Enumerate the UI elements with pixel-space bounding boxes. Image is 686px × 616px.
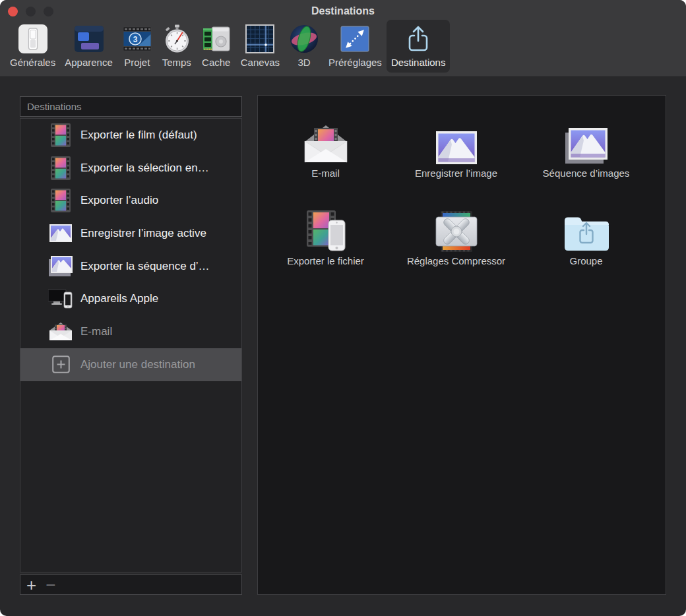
toolbar-label: 3D — [297, 57, 310, 68]
share-folder-icon — [521, 197, 651, 252]
toolbar-label: Projet — [124, 57, 150, 68]
photo-stack-icon — [48, 256, 73, 276]
destination-tile-label: Groupe — [521, 255, 651, 266]
apple-devices-icon — [48, 289, 73, 309]
destinations-list: Exporter le film (défaut) Exporter la sé… — [20, 118, 242, 572]
toolbar-item-temps[interactable]: Temps — [157, 20, 197, 73]
remove-destination-button[interactable]: − — [46, 578, 55, 592]
toolbar-label: Temps — [162, 57, 191, 68]
destination-tile-label: Enregistrer l’image — [391, 168, 521, 179]
titlebar-toolbar: Destinations Générales — [0, 0, 686, 77]
toolbar-label: Cache — [202, 57, 230, 68]
toolbar-label: Apparence — [65, 57, 113, 68]
filmstrip-phone-icon — [261, 197, 390, 252]
filmstrip-icon — [48, 123, 73, 147]
photo-icon — [48, 224, 73, 242]
sidebar-header: Destinations — [20, 96, 242, 117]
photo-stack-icon — [521, 109, 651, 164]
filmstrip-icon — [48, 189, 73, 212]
destination-tile-reglages-compressor[interactable]: Réglages Compressor — [391, 197, 521, 266]
memory-disk-icon — [201, 22, 232, 55]
list-item-ajouter-destination[interactable]: Ajouter une destination — [20, 348, 241, 381]
canvas-grid-icon — [245, 22, 275, 55]
destination-types-panel: E-mail Enregistrer l’image — [257, 95, 666, 595]
list-item-enregistrer-image-active[interactable]: Enregistrer l’image active — [20, 217, 241, 250]
list-item-label: Exporter l’audio — [80, 194, 158, 207]
destination-tile-groupe[interactable]: Groupe — [521, 197, 651, 266]
list-item-exporter-sequence[interactable]: Exporter la séquence d’… — [20, 250, 241, 283]
list-item-exporter-la-selection[interactable]: Exporter la sélection en… — [20, 152, 241, 185]
destination-tile-label: Réglages Compressor — [391, 255, 521, 266]
window-title: Destinations — [0, 5, 686, 17]
add-destination-button[interactable]: + — [26, 578, 36, 592]
svg-text:3: 3 — [133, 35, 137, 44]
compressor-icon — [391, 197, 521, 252]
list-item-appareils-apple[interactable]: Appareils Apple — [20, 282, 241, 315]
plus-box-icon — [48, 355, 73, 373]
toolbar-item-apparence[interactable]: Apparence — [60, 20, 117, 73]
project-film-icon: 3 — [122, 22, 152, 55]
toolbar-item-projet[interactable]: 3 Projet — [117, 20, 157, 73]
toolbar-label: Préréglages — [328, 57, 382, 68]
list-item-label: Exporter la sélection en… — [80, 162, 209, 175]
list-item-exporter-audio[interactable]: Exporter l’audio — [20, 184, 241, 217]
envelope-icon — [48, 322, 73, 341]
toolbar-item-generales[interactable]: Générales — [5, 20, 60, 73]
destination-tile-enregistrer-image[interactable]: Enregistrer l’image — [391, 109, 521, 179]
toolbar-label: Générales — [10, 57, 55, 68]
open-envelope-film-icon — [261, 109, 390, 164]
toolbar-label: Destinations — [391, 57, 446, 68]
toolbar-label: Canevas — [241, 57, 280, 68]
sidebar-header-label: Destinations — [27, 101, 82, 112]
destination-tile-email[interactable]: E-mail — [261, 109, 390, 179]
list-item-label: Appareils Apple — [80, 292, 158, 305]
sphere-3d-icon — [289, 22, 319, 55]
destination-tile-exporter-fichier[interactable]: Exporter le fichier — [261, 197, 390, 266]
list-item-exporter-le-film[interactable]: Exporter le film (défaut) — [20, 119, 241, 152]
appearance-icon — [74, 22, 104, 55]
list-item-label: Exporter le film (défaut) — [80, 129, 197, 142]
sidebar-footer: + − — [20, 574, 242, 595]
list-item-email[interactable]: E-mail — [20, 315, 241, 348]
toolbar-item-destinations[interactable]: Destinations — [387, 20, 451, 73]
destination-tile-sequence-images[interactable]: Séquence d’images — [521, 109, 651, 179]
list-item-label: Enregistrer l’image active — [80, 227, 206, 240]
preferences-toolbar: Générales Apparence — [5, 20, 450, 73]
filmstrip-icon — [48, 156, 73, 180]
switch-icon — [18, 22, 48, 55]
toolbar-item-cache[interactable]: Cache — [197, 20, 236, 73]
share-icon — [403, 22, 433, 55]
list-item-label: Ajouter une destination — [80, 358, 195, 371]
list-item-label: Exporter la séquence d’… — [80, 260, 210, 273]
toolbar-item-prereglages[interactable]: Préréglages — [324, 20, 387, 73]
destination-tile-label: Exporter le fichier — [261, 255, 390, 266]
toolbar-item-canevas[interactable]: Canevas — [236, 20, 284, 73]
list-item-label: E-mail — [80, 325, 112, 338]
destination-tile-label: E-mail — [261, 168, 390, 179]
toolbar-item-3d[interactable]: 3D — [284, 20, 324, 73]
stopwatch-icon — [162, 22, 192, 55]
resize-arrow-icon — [340, 22, 370, 55]
preferences-window: Destinations Générales — [0, 0, 686, 616]
photo-icon — [391, 109, 521, 164]
destination-tile-label: Séquence d’images — [521, 168, 651, 179]
